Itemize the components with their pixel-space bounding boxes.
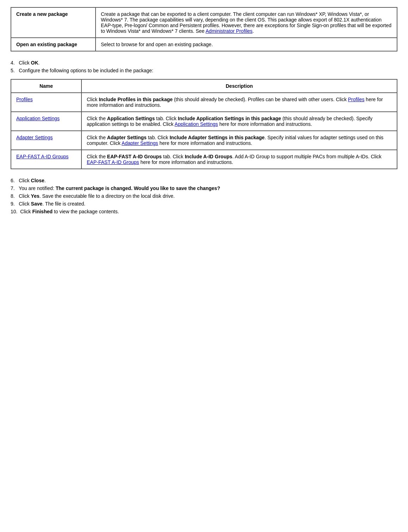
open-package-description: Select to browse for and open an existin… [96,38,397,51]
application-settings-row: Application Settings Click the Applicati… [11,112,397,131]
create-package-description: Create a package that can be exported to… [96,7,397,38]
step-5-text: Configure the following options to be in… [19,68,153,73]
application-settings-description-cell: Click the Application Settings tab. Clic… [81,112,397,131]
step-4-text: Click OK. [19,60,39,66]
configuration-table: Name Description Profiles Click Include … [11,79,397,169]
adapter-settings-link[interactable]: Adapter Settings [16,135,53,140]
step-6-text: Click Close. [19,178,45,183]
step-9: 9. Click Save. The file is created. [11,201,397,207]
step-4: 4. Click OK. [11,60,397,66]
pre-steps-list: 4. Click OK. 5. Configure the following … [11,60,397,73]
eap-fast-row: EAP-FAST A-ID Groups Click the EAP-FAST … [11,150,397,169]
step-9-number: 9. [11,201,17,207]
create-package-table: Create a new package Create a package th… [11,7,397,51]
step-10-text: Click Finished to view the package conte… [20,209,119,214]
post-steps-list: 6. Click Close. 7. You are notified: The… [11,178,397,214]
step-8-text: Click Yes. Save the executable file to a… [19,193,175,199]
profiles-inline-link[interactable]: Profiles [348,97,365,102]
open-package-label: Open an existing package [11,38,96,51]
step-7-text: You are notified: The current package is… [19,185,220,191]
step-9-text: Click Save. The file is created. [19,201,85,207]
eap-fast-description-cell: Click the EAP-FAST A-ID Groups tab. Clic… [81,150,397,169]
profiles-description-cell: Click Include Profiles in this package (… [81,93,397,112]
step-4-number: 4. [11,60,17,66]
profiles-row: Profiles Click Include Profiles in this … [11,93,397,112]
name-column-header: Name [11,79,81,93]
application-settings-name-cell: Application Settings [11,112,81,131]
profiles-name-cell: Profiles [11,93,81,112]
step-5-number: 5. [11,68,17,73]
eap-fast-inline-link[interactable]: EAP-FAST A-ID Groups [87,159,139,165]
adapter-settings-row: Adapter Settings Click the Adapter Setti… [11,131,397,150]
create-package-label: Create a new package [11,7,96,38]
application-settings-link[interactable]: Application Settings [16,116,60,121]
adapter-settings-description-cell: Click the Adapter Settings tab. Click In… [81,131,397,150]
step-6-number: 6. [11,178,17,183]
administrator-profiles-link[interactable]: Administrator Profiles [206,28,252,34]
eap-fast-link[interactable]: EAP-FAST A-ID Groups [16,154,68,159]
step-7: 7. You are notified: The current package… [11,185,397,191]
step-8: 8. Click Yes. Save the executable file t… [11,193,397,199]
step-10-number: 10. [11,209,19,214]
table-row: Open an existing package Select to brows… [11,38,397,51]
step-5: 5. Configure the following options to be… [11,68,397,73]
step-10: 10. Click Finished to view the package c… [11,209,397,214]
step-8-number: 8. [11,193,17,199]
step-7-number: 7. [11,185,17,191]
profiles-link[interactable]: Profiles [16,97,33,102]
adapter-settings-inline-link[interactable]: Adapter Settings [122,140,158,146]
table-header-row: Name Description [11,79,397,93]
step-6: 6. Click Close. [11,178,397,183]
table-row: Create a new package Create a package th… [11,7,397,38]
description-column-header: Description [81,79,397,93]
eap-fast-name-cell: EAP-FAST A-ID Groups [11,150,81,169]
application-settings-inline-link[interactable]: Application Settings [175,121,218,127]
adapter-settings-name-cell: Adapter Settings [11,131,81,150]
